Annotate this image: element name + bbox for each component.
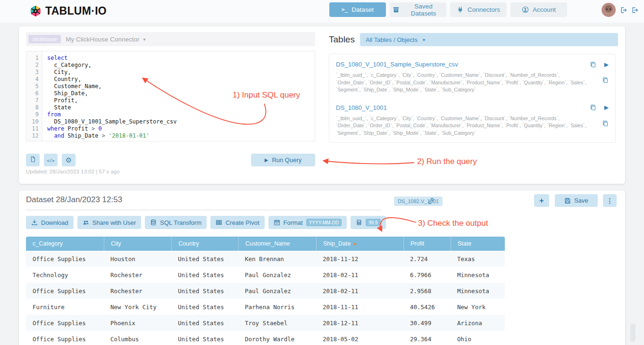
line-number: 7 xyxy=(26,97,39,104)
exit-icon[interactable] xyxy=(631,7,638,14)
header-right xyxy=(602,3,638,17)
nav-button-account[interactable]: Account xyxy=(510,2,567,17)
editor-action-button-settings[interactable]: ⚙ xyxy=(62,154,75,166)
database-icon xyxy=(150,219,157,226)
caret-down-icon: ▾ xyxy=(421,37,425,42)
table-name-link[interactable]: DS_1080_V_1001_Sample_Superstore_csv xyxy=(336,61,458,68)
table-cell: United States xyxy=(171,299,238,315)
user-avatar[interactable] xyxy=(602,3,616,17)
add-button[interactable]: + xyxy=(534,194,549,207)
copy-icon[interactable] xyxy=(590,104,596,111)
column-header-Ship_Date[interactable]: Ship_Date xyxy=(316,237,403,251)
run-query-button[interactable]: ▶ Run Query xyxy=(251,154,315,166)
table-cell: Columbus xyxy=(104,331,171,345)
table-row[interactable]: TechnologyRochesterUnited StatesPaul Gon… xyxy=(26,267,505,283)
sql-editor[interactable]: 123456789101112 select c_Category, City,… xyxy=(26,51,315,141)
query-workspace-card: clickhouse My ClickHouse Connector ▾ 123… xyxy=(19,26,625,184)
result-table: c_CategoryCityCountryCustomer_NameShip_D… xyxy=(26,237,505,345)
nav-button-dataset[interactable]: >_ Dataset xyxy=(329,2,386,17)
run-table-icon[interactable]: ▶ xyxy=(604,61,609,68)
terminal-icon: >_ xyxy=(342,7,348,13)
table-cell: Furniture xyxy=(26,299,104,315)
table-cell: 2018-05-02 xyxy=(316,331,403,345)
code-line: DS_1080_V_1001_Sample_Superstore_csv xyxy=(47,118,315,125)
calculator-icon xyxy=(356,219,362,226)
editor-actions: </> ⚙ xyxy=(26,154,75,166)
toolbar-button-format[interactable]: Format YYYY-MM-DD xyxy=(268,216,347,229)
column-header-City[interactable]: City xyxy=(104,237,171,251)
column-header-Customer_Name[interactable]: Customer_Name xyxy=(238,237,316,251)
toolbar-button-download[interactable]: Download xyxy=(26,216,74,229)
code-line: Customer_Name, xyxy=(47,83,315,90)
line-number: 3 xyxy=(26,69,39,76)
line-number: 11 xyxy=(26,125,39,132)
table-row[interactable]: Office SuppliesRochesterUnited StatesPau… xyxy=(26,283,505,299)
archive-icon xyxy=(393,6,400,13)
table-cell: United States xyxy=(171,315,238,331)
table-cell: 40.5426 xyxy=(403,299,451,315)
table-cell: 2018-02-11 xyxy=(316,267,403,283)
table-row[interactable]: FurnitureNew York CityUnited StatesParhe… xyxy=(26,299,505,315)
table-cell: Minnesota xyxy=(451,267,505,283)
nav-button-saved-datasets[interactable]: Saved Datasets xyxy=(390,2,446,17)
table-cell: 2.9568 xyxy=(403,283,451,299)
table-cell: Arizona xyxy=(451,315,505,331)
account-icon xyxy=(522,6,529,13)
result-table-body: Office SuppliesHoustonUnited StatesKen B… xyxy=(26,251,505,345)
connector-selector[interactable]: clickhouse My ClickHouse Connector ▾ xyxy=(26,32,315,46)
button-badge: 99.9 xyxy=(366,219,380,226)
save-button[interactable]: Save xyxy=(555,194,598,207)
table-cell: 2018-11-12 xyxy=(316,251,403,267)
copy-columns-icon[interactable] xyxy=(602,120,609,127)
table-cell: United States xyxy=(171,331,238,345)
code-line: from xyxy=(47,111,315,118)
copy-columns-icon[interactable] xyxy=(602,77,609,83)
table-cell: New York xyxy=(451,299,505,315)
code-line: where Profit > 0 xyxy=(47,125,315,132)
scrollbar-thumb[interactable] xyxy=(630,324,636,342)
table-name-link[interactable]: DS_1080_V_1001 xyxy=(336,104,387,111)
table-row[interactable]: Office SuppliesPhoenixUnited StatesTroy … xyxy=(26,315,505,331)
calendar-icon xyxy=(274,219,280,226)
updated-status: Updated: 28/Jan/2023 13:02 | 57 s ago xyxy=(26,169,120,174)
toolbar-button-sql-transform[interactable]: SQL Transform xyxy=(145,216,207,229)
editor-action-button-new-query[interactable] xyxy=(26,154,40,166)
run-table-icon[interactable]: ▶ xyxy=(604,104,609,111)
table-cell: United States xyxy=(171,283,238,299)
table-cell: 6.7966 xyxy=(403,267,451,283)
column-header-Profit[interactable]: Profit xyxy=(403,237,451,251)
table-cell: Dorothy Wardle xyxy=(238,331,316,345)
table-columns-list: `_tblm_uuid_`, `c_Category`, `City`, `Co… xyxy=(336,72,591,94)
toolbar-button-share-with-user[interactable]: Share with User xyxy=(77,216,141,229)
app-header: TABLUM·IO >_ Dataset Saved Datasets Conn… xyxy=(0,0,644,23)
table-cell: Paul Gonzalez xyxy=(238,283,316,299)
toolbar-button-precision[interactable]: 99.9 xyxy=(351,216,385,229)
table-cell: Parhena Norris xyxy=(238,299,316,315)
column-header-State[interactable]: State xyxy=(451,237,505,251)
logout-icon[interactable] xyxy=(620,7,627,14)
tables-filter-dropdown[interactable]: All Tables / Objects ▾ xyxy=(360,33,618,46)
editor-action-button-code[interactable]: </> xyxy=(44,154,58,166)
table-row[interactable]: Office SuppliesColumbusUnited StatesDoro… xyxy=(26,331,505,345)
sql-code[interactable]: select c_Category, City, Country, Custom… xyxy=(42,51,315,141)
table-cell: 2018-02-11 xyxy=(316,283,403,299)
toolbar-button-create-pivot[interactable]: Create Pivot xyxy=(210,216,265,229)
link-icon[interactable] xyxy=(427,197,435,207)
save-icon xyxy=(564,197,571,204)
nav-button-connectors[interactable]: Connectors xyxy=(450,2,507,17)
code-line: c_Category, xyxy=(47,62,315,69)
table-cell: Texas xyxy=(451,251,505,267)
brand-logo-icon xyxy=(29,5,42,17)
table-cell: Office Supplies xyxy=(26,331,104,345)
table-cell: Minnesota xyxy=(451,283,505,299)
result-table-header: c_CategoryCityCountryCustomer_NameShip_D… xyxy=(26,237,505,251)
column-header-c_Category[interactable]: c_Category xyxy=(26,237,104,251)
column-header-Country[interactable]: Country xyxy=(171,237,238,251)
code-line: and Ship_Date > '2018-01-01' xyxy=(47,132,315,140)
table-cell: Troy Staebel xyxy=(238,315,316,331)
line-number: 1 xyxy=(26,55,39,62)
copy-icon[interactable] xyxy=(590,61,596,68)
table-cell: Ken Brennan xyxy=(238,251,316,267)
table-row[interactable]: Office SuppliesHoustonUnited StatesKen B… xyxy=(26,251,505,267)
more-options-button[interactable]: ⋮ xyxy=(603,194,617,207)
